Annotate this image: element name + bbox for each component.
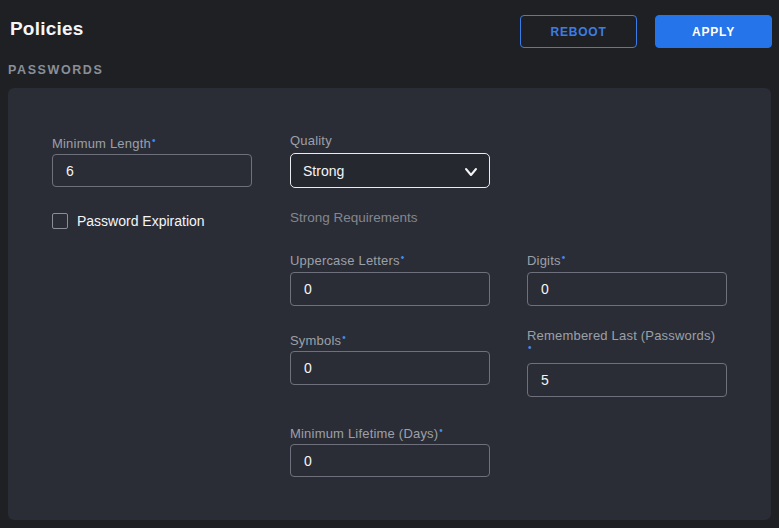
minimum-lifetime-input[interactable] — [290, 444, 490, 477]
required-dot: • — [152, 135, 156, 146]
symbols-input[interactable] — [290, 351, 490, 385]
required-dot: • — [562, 252, 566, 263]
quality-label: Quality — [290, 133, 332, 148]
remembered-last-input[interactable] — [527, 363, 727, 397]
required-dot: • — [401, 252, 405, 263]
password-expiration-label: Password Expiration — [77, 213, 205, 229]
required-dot: • — [439, 425, 443, 436]
strong-requirements-label: Strong Requirements — [290, 210, 418, 225]
required-dot: • — [528, 343, 737, 352]
page-title: Policies — [10, 18, 83, 40]
uppercase-letters-input[interactable] — [290, 272, 490, 306]
password-expiration-checkbox[interactable] — [52, 213, 68, 229]
reboot-button[interactable]: REBOOT — [520, 15, 637, 48]
quality-select[interactable]: Strong — [290, 153, 490, 188]
minimum-length-input[interactable] — [52, 154, 252, 187]
minimum-lifetime-label: Minimum Lifetime (Days)• — [290, 423, 443, 441]
minimum-length-label: Minimum Length• — [52, 133, 156, 151]
passwords-section-label: PASSWORDS — [8, 63, 103, 77]
quality-select-wrap: Strong — [290, 153, 490, 188]
passwords-panel: Minimum Length• Quality Strong Password … — [8, 88, 771, 520]
remembered-last-label: Remembered Last (Passwords)• — [527, 328, 737, 352]
digits-input[interactable] — [527, 272, 727, 306]
password-expiration-row[interactable]: Password Expiration — [52, 213, 205, 229]
uppercase-letters-label: Uppercase Letters• — [290, 250, 404, 268]
symbols-label: Symbols• — [290, 330, 346, 348]
apply-button[interactable]: APPLY — [655, 15, 772, 48]
required-dot: • — [342, 332, 346, 343]
digits-label: Digits• — [527, 250, 565, 268]
